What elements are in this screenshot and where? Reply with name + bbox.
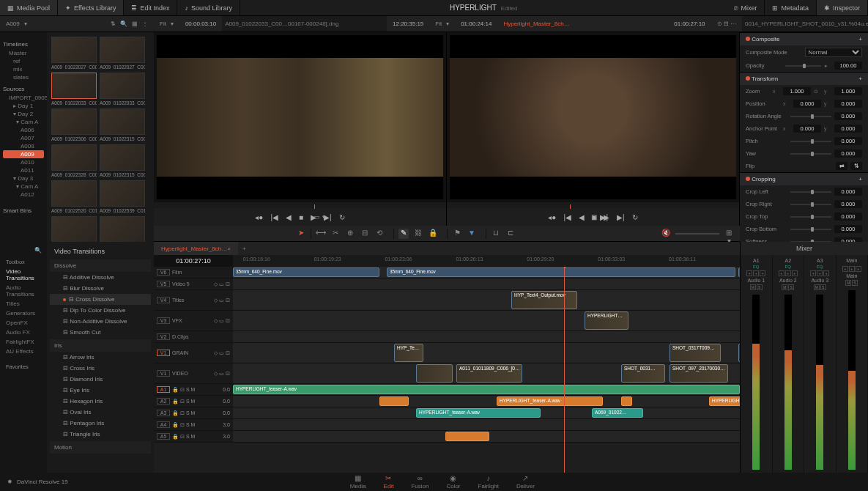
clip-thumbnail[interactable]: A009_01022027_C001_0…	[100, 37, 145, 70]
v1-name[interactable]: VIDEO	[172, 371, 188, 376]
timeline-scrubber[interactable]	[447, 202, 739, 208]
bin-master[interactable]: Master	[3, 49, 44, 57]
add-timeline[interactable]: +	[238, 246, 251, 252]
page-fairlight[interactable]: ♪Fairlight	[478, 474, 499, 490]
timeline-screen[interactable]	[450, 35, 736, 199]
bin-a010[interactable]: A010	[3, 158, 44, 166]
inspector-toggle[interactable]: ✱Inspector	[817, 0, 868, 15]
sort-icon[interactable]: ⇅	[111, 21, 116, 27]
v1g-selector[interactable]: V1	[157, 350, 170, 356]
clip[interactable]	[416, 364, 453, 383]
a4-gain[interactable]: 3.0	[223, 422, 230, 427]
page-media[interactable]: ▦Media	[350, 474, 366, 490]
src-stop[interactable]: ■	[299, 213, 303, 221]
viewer-tools[interactable]: ⊙ ⊟ ⋯	[711, 16, 742, 32]
effects-library-toggle[interactable]: ✦Effects Library	[58, 0, 124, 15]
fx-item[interactable]: ⊟ Triangle Iris	[50, 429, 151, 440]
flag-icon[interactable]: ⚑	[452, 229, 462, 239]
fx-item[interactable]: ⊟ Oval Iris	[50, 407, 151, 418]
audio-clip[interactable]: HYPERLIGHT_teaser-A.wav	[497, 396, 603, 406]
fx-item[interactable]: ⊟ Cross Dissolve	[50, 294, 151, 305]
bin-a012[interactable]: A012	[3, 191, 44, 199]
zoom-y[interactable]: 1.000	[834, 87, 862, 95]
bin-day1[interactable]: ▸ Day 1	[3, 102, 44, 110]
bin-mix[interactable]: mix	[3, 65, 44, 73]
v2-name[interactable]: D.Clips	[172, 334, 189, 339]
fx-item[interactable]: ⊟ Hexagon Iris	[50, 396, 151, 407]
crop-right[interactable]: 0.000	[834, 200, 862, 208]
composite-mode-select[interactable]: Normal	[805, 48, 863, 57]
mixer-channel[interactable]: A3FQ+++Audio 3MS	[804, 255, 837, 473]
source-scrubber[interactable]	[154, 202, 446, 208]
page-edit[interactable]: ✂Edit	[384, 474, 394, 490]
a2-selector[interactable]: A2	[157, 398, 170, 405]
fx-item[interactable]: ⊟ Additive Dissolve	[50, 272, 151, 283]
clip[interactable]: SHOT_0317T009…	[669, 344, 721, 362]
crop-top[interactable]: 0.000	[834, 213, 862, 221]
bin-ref[interactable]: ref	[3, 57, 44, 65]
flip-v[interactable]: ⇅	[850, 162, 862, 170]
v4-selector[interactable]: V4	[157, 297, 170, 303]
mixer-channel[interactable]: A2FQ+++Audio 2MS	[773, 255, 805, 473]
replace-tool[interactable]: ⟲	[374, 229, 385, 239]
clip[interactable]: SHOT_097_20170030…	[669, 364, 728, 383]
rec-prev-clip[interactable]: |◀	[563, 213, 571, 221]
clip-thumbnail[interactable]: A009_01022328_C007_[…	[51, 144, 97, 177]
timeline-ruler[interactable]: 01:00:27:10 01:00:16:1601:00:19:2301:00:…	[154, 255, 740, 267]
v4-name[interactable]: Titles	[172, 298, 184, 303]
playhead[interactable]	[564, 267, 565, 473]
clip-thumbnail[interactable]: A009_01022539_C012_0…	[100, 180, 145, 213]
flip-h[interactable]: ⇄	[836, 162, 847, 170]
clip-thumbnail[interactable]: A009_01022306_C005_[…	[51, 108, 97, 141]
page-color[interactable]: ◉Color	[446, 474, 460, 490]
trim-tool[interactable]: ⟷	[316, 229, 326, 239]
composite-header[interactable]: Composite+	[740, 32, 868, 45]
clip-thumbnail[interactable]: A009_01022315_C006_0…	[100, 108, 145, 141]
page-deliver[interactable]: ↗Deliver	[516, 474, 535, 490]
mute-icon[interactable]: 🔇	[661, 229, 671, 239]
app-brand[interactable]: ✹DaVinci Resolve 15	[0, 479, 75, 485]
rec-prev-frame[interactable]: ◀	[579, 213, 585, 221]
opacity-slider[interactable]	[785, 65, 822, 67]
edit-index-toggle[interactable]: ≣Edit Index	[124, 0, 177, 15]
fx-item[interactable]: ⊟ Non-Additive Dissolve	[50, 316, 151, 327]
v5-selector[interactable]: V5	[157, 281, 170, 287]
page-fusion[interactable]: ∞Fusion	[411, 474, 429, 490]
overwrite-tool[interactable]: ⊟	[360, 229, 370, 239]
fx-category[interactable]: Video Transitions	[3, 267, 44, 283]
crop-bottom[interactable]: 0.000	[834, 225, 862, 233]
bin-day3[interactable]: ▾ Day 3	[3, 174, 44, 182]
link-icon[interactable]: ⊙	[814, 89, 821, 95]
metadata-toggle[interactable]: ⊞Metadata	[765, 0, 817, 15]
pitch-slider[interactable]	[790, 141, 832, 142]
favorites-header[interactable]: Favorites	[3, 361, 44, 372]
bin-a011[interactable]: A011	[3, 166, 44, 174]
audio-clip[interactable]: HYPERLIGHT_teaser-A.wav	[233, 385, 740, 394]
audio-clip[interactable]: A069_01022…	[592, 408, 643, 418]
crop-right-slider[interactable]	[790, 204, 832, 205]
audio-clip[interactable]	[379, 396, 409, 406]
rec-fit[interactable]: Fit ▾	[429, 16, 455, 32]
fx-item[interactable]: ⊟ Dip To Color Dissolve	[50, 305, 151, 316]
v1g-name[interactable]: GRAIN	[172, 350, 188, 355]
v5-name[interactable]: Video 5	[172, 281, 190, 287]
clip[interactable]: 35mm_640_Fine.mov	[387, 267, 735, 277]
audio-clip[interactable]: HYPERLIGHT…	[709, 396, 740, 406]
pos-x[interactable]: 0.000	[793, 100, 821, 108]
sound-library-toggle[interactable]: ♪Sound Library	[177, 0, 240, 15]
fx-category[interactable]: Audio Transitions	[3, 283, 44, 299]
clip-thumbnail[interactable]: A009_01022033_C003_[…	[51, 73, 97, 106]
rec-next-frame[interactable]: ▶|	[617, 213, 625, 221]
a3-selector[interactable]: A3	[157, 410, 170, 416]
src-first-frame[interactable]: ◂●	[255, 213, 263, 221]
clip[interactable]: SHOT_0031…	[621, 364, 665, 383]
fx-item[interactable]: ⊟ Eye Iris	[50, 385, 151, 396]
clip[interactable]: HYPERLIGHT…	[585, 311, 628, 330]
fx-item[interactable]: ⊟ Cross Iris	[50, 363, 151, 374]
crop-top-slider[interactable]	[790, 216, 832, 218]
fx-item[interactable]: ⊟ Blur Dissolve	[50, 283, 151, 294]
marker-icon[interactable]: ▼	[467, 229, 477, 239]
audio-clip[interactable]	[445, 432, 489, 441]
anchor-x[interactable]: 0.000	[793, 125, 821, 133]
rotation-value[interactable]: 0.000	[834, 112, 862, 120]
